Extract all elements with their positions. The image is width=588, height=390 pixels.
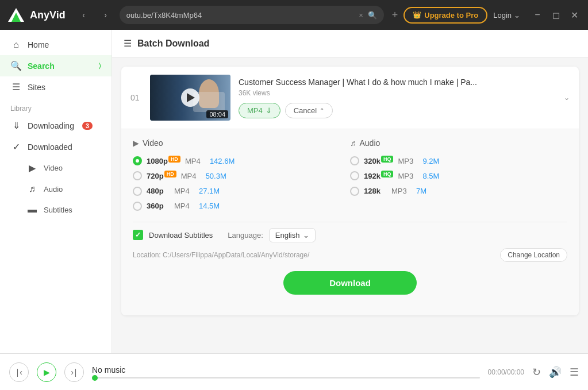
sidebar-item-search[interactable]: 🔍 Search 〉 [0,55,112,76]
chevron-up-icon: ⌃ [320,107,324,114]
next-button[interactable]: ›∣ [64,362,84,382]
address-bar[interactable]: outu.be/Tx8K4tmMp64 × 🔍 [120,6,384,24]
back-button[interactable]: ‹ [76,7,92,23]
sidebar-item-downloaded[interactable]: ✓ Downloaded [0,136,112,157]
maximize-button[interactable]: ◻ [549,8,563,22]
radio-192k[interactable] [350,171,359,180]
audio-format-col: ♬ Audio 320kHQ MP3 9.2M [350,138,567,214]
crown-icon: 👑 [413,11,421,19]
cancel-button[interactable]: Cancel ⌃ [285,103,333,118]
search-icon: 🔍 [10,60,22,71]
video-title: Customer Success Manager | What I do & h… [239,78,480,87]
login-button[interactable]: Login ⌄ [493,11,520,20]
radio-720p[interactable] [133,171,142,180]
sidebar-item-audio[interactable]: ♬ Audio [0,179,112,199]
progress-bar[interactable] [92,377,480,379]
sidebar-downloading-label: Downloading [28,121,74,130]
sidebar-subtitles-label: Subtitles [44,206,72,214]
format-row-128k[interactable]: 128k MP3 7M [350,184,567,199]
sidebar-item-video[interactable]: ▶ Video [0,157,112,179]
subtitles-label: Download Subtitles [149,231,213,240]
sites-icon: ☰ [10,82,22,92]
progress-dot [92,375,98,381]
close-button[interactable]: ✕ [567,8,581,22]
video-actions: MP4 ⇓ Cancel ⌃ [239,103,556,118]
bottombar: ∣‹ ▶ ›∣ No music 00:00/00:00 ↻ 🔊 ☰ [0,353,588,390]
downloading-badge: 3 [82,122,93,130]
sidebar-item-subtitles[interactable]: ▬ Subtitles [0,199,112,220]
play-triangle-icon [187,93,195,102]
thumbnail: 08:04 [150,75,230,121]
format-row-720p[interactable]: 720pHD MP4 50.3M [133,168,350,183]
sidebar-video-label: Video [44,164,63,172]
new-tab-button[interactable]: + [392,9,398,21]
minimize-button[interactable]: − [531,8,544,22]
app-name: AnyVid [30,9,66,21]
batch-title: Batch Download [137,38,209,49]
language-select[interactable]: English ⌄ [269,228,316,242]
lang-chevron-icon: ⌄ [303,231,309,240]
sidebar-item-home[interactable]: ⌂ Home [0,34,112,55]
track-number: 01 [130,93,142,102]
format-mp4-button[interactable]: MP4 ⇓ [239,103,280,118]
duration-badge: 08:04 [206,110,228,118]
video-col-icon: ▶ [133,138,139,148]
video-card-header: 01 08:04 Customer Success M [121,67,579,129]
time-display: 00:00/00:00 [488,368,524,376]
bottom-icons: ↻ 🔊 ☰ [532,366,579,379]
content-area: ☰ Batch Download 01 [112,30,588,353]
main-layout: ⌂ Home 🔍 Search 〉 ☰ Sites Library ⇓ Down… [0,30,588,353]
repeat-button[interactable]: ↻ [532,366,541,379]
volume-button[interactable]: 🔊 [549,366,562,379]
download-wrap: Download [133,262,567,306]
radio-360p[interactable] [133,202,142,211]
language-label: Language: [228,231,263,240]
video-dropdown-icon[interactable]: ⌄ [564,94,570,102]
radio-128k[interactable] [350,187,359,196]
sidebar-item-sites[interactable]: ☰ Sites [0,76,112,98]
video-info: Customer Success Manager | What I do & h… [239,78,556,118]
video-views: 36K views [239,89,556,97]
logo: AnyVid [7,6,66,24]
close-tab-icon[interactable]: × [359,11,363,20]
search-address-icon: 🔍 [368,11,377,20]
download-icon: ⇓ [266,106,272,115]
play-button[interactable]: ▶ [37,362,56,382]
radio-320k[interactable] [350,156,359,165]
prev-button[interactable]: ∣‹ [9,362,29,382]
subtitles-row: ✓ Download Subtitles Language: English ⌄ [133,222,567,242]
video-icon: ▶ [26,163,38,173]
now-playing-title: No music [92,365,480,374]
downloaded-icon: ✓ [10,141,22,152]
home-icon: ⌂ [10,40,22,50]
format-row-1080p[interactable]: 1080pHD MP4 142.6M [133,153,350,168]
download-button[interactable]: Download [283,271,417,295]
audio-icon: ♬ [26,184,38,194]
address-text: outu.be/Tx8K4tmMp64 [126,11,354,20]
play-overlay[interactable] [181,88,199,107]
format-row-320k[interactable]: 320kHQ MP3 9.2M [350,153,567,168]
sidebar-sites-label: Sites [28,83,45,92]
radio-1080p[interactable] [133,156,142,165]
logo-icon [7,6,25,24]
library-section: Library [0,98,112,115]
video-col-header: ▶ Video [133,138,350,148]
format-panel: ▶ Video 1080pHD MP4 142.6M [121,129,579,315]
sidebar-audio-label: Audio [44,185,63,194]
sidebar: ⌂ Home 🔍 Search 〉 ☰ Sites Library ⇓ Down… [0,30,112,353]
window-controls: − ◻ ✕ [531,8,581,22]
format-row-480p[interactable]: 480p MP4 27.1M [133,184,350,199]
checkmark-icon: ✓ [135,231,141,239]
format-row-192k[interactable]: 192kHQ MP3 8.5M [350,168,567,183]
format-row-360p[interactable]: 360p MP4 14.5M [133,199,350,214]
playlist-button[interactable]: ☰ [570,366,579,379]
upgrade-button[interactable]: 👑 Upgrade to Pro [403,7,487,24]
forward-button[interactable]: › [98,7,114,23]
video-format-col: ▶ Video 1080pHD MP4 142.6M [133,138,350,214]
subtitles-checkbox[interactable]: ✓ [133,230,143,240]
chevron-right-icon: 〉 [99,62,101,69]
location-text: Location: C:/Users/Filippa/AppData/Local… [133,251,494,259]
change-location-button[interactable]: Change Location [500,248,567,262]
sidebar-item-downloading[interactable]: ⇓ Downloading 3 [0,115,112,136]
radio-480p[interactable] [133,187,142,196]
